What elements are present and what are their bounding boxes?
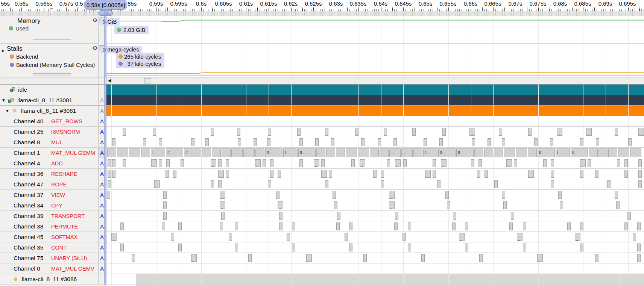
- event-block[interactable]: ..: [306, 254, 312, 262]
- event-block[interactable]: ..: [395, 159, 401, 167]
- row-timeline[interactable]: ..........f...ff...ff.................ff…: [106, 148, 644, 158]
- event-segment[interactable]: ..: [484, 148, 493, 157]
- row-label-cell[interactable]: Channel 35CONT: [0, 242, 99, 253]
- timeline-scrubber-handle[interactable]: [98, 11, 113, 16]
- scroll-left-arrow-icon[interactable]: [108, 79, 111, 83]
- event-block[interactable]: [445, 191, 449, 199]
- row-label-cell[interactable]: Channel 38PERMUTE: [0, 221, 99, 232]
- row-timeline[interactable]: ........: [106, 232, 644, 242]
- event-segment[interactable]: ..: [413, 148, 422, 157]
- event-segment[interactable]: ...: [504, 148, 515, 157]
- memory-settings-gear-icon[interactable]: ⚙: [93, 18, 97, 23]
- event-block[interactable]: [471, 159, 474, 167]
- event-block[interactable]: [502, 138, 505, 146]
- event-segment[interactable]: f...: [151, 148, 165, 157]
- event-block[interactable]: [226, 159, 229, 167]
- event-segment[interactable]: ...: [358, 148, 369, 157]
- row-label-cell[interactable]: Channel 25RMSNORM: [0, 127, 99, 137]
- event-block[interactable]: [292, 222, 295, 230]
- event-segment[interactable]: ...: [231, 148, 243, 157]
- event-segment[interactable]: ..: [212, 148, 221, 157]
- event-segment[interactable]: ff...: [438, 148, 456, 157]
- event-block[interactable]: [166, 159, 170, 167]
- row-timeline[interactable]: [106, 85, 644, 95]
- stalls-settings-gear-icon[interactable]: ⚙: [93, 45, 97, 51]
- event-block[interactable]: [235, 222, 238, 230]
- row-timeline[interactable]: ........: [106, 127, 644, 137]
- event-block[interactable]: [349, 244, 352, 251]
- event-block[interactable]: [394, 222, 398, 230]
- event-segment[interactable]: ...: [389, 148, 401, 157]
- event-block[interactable]: [268, 128, 271, 136]
- row-expander-icon[interactable]: ▼: [2, 98, 5, 102]
- row-label-cell[interactable]: Channel 0MAT_MUL GEMV: [0, 263, 99, 274]
- row-annotation-cell[interactable]: A: [99, 263, 106, 274]
- event-block[interactable]: [403, 159, 407, 167]
- row-annotation-cell[interactable]: A: [99, 242, 106, 253]
- event-block[interactable]: [637, 222, 641, 230]
- event-block[interactable]: [334, 201, 337, 209]
- activity-bar[interactable]: [106, 95, 644, 105]
- event-block[interactable]: [442, 128, 446, 136]
- row-annotation-cell[interactable]: A: [99, 211, 106, 221]
- event-block[interactable]: [132, 254, 135, 262]
- event-block[interactable]: [447, 201, 450, 209]
- event-block[interactable]: [163, 212, 167, 220]
- row-label-cell[interactable]: Channel 8MUL: [0, 137, 99, 147]
- event-block[interactable]: ..: [638, 128, 644, 136]
- event-block[interactable]: [494, 180, 498, 188]
- event-block[interactable]: [248, 254, 252, 262]
- event-block[interactable]: [503, 201, 507, 209]
- event-block[interactable]: [221, 212, 225, 220]
- horizontal-scroll-grip[interactable]: [144, 78, 151, 83]
- row-timeline[interactable]: [106, 211, 644, 221]
- row-annotation-cell[interactable]: [99, 274, 106, 284]
- event-block[interactable]: ..: [580, 159, 586, 167]
- row-label-cell[interactable]: ▼llama-cli_8_11 #3081: [0, 95, 99, 105]
- event-block[interactable]: ..: [151, 159, 157, 167]
- event-segment[interactable]: ..: [326, 148, 335, 157]
- event-block[interactable]: [108, 159, 111, 167]
- event-block[interactable]: [361, 138, 365, 146]
- event-block[interactable]: [237, 128, 240, 136]
- event-block[interactable]: [373, 170, 377, 178]
- row-timeline[interactable]: [106, 116, 644, 126]
- event-block[interactable]: [159, 138, 162, 146]
- event-block[interactable]: ..: [517, 233, 522, 241]
- event-block[interactable]: [638, 170, 642, 178]
- row-annotation-cell[interactable]: A: [99, 190, 106, 200]
- event-block[interactable]: [123, 159, 126, 167]
- event-block[interactable]: [112, 138, 115, 146]
- row-timeline[interactable]: [106, 95, 644, 105]
- event-block[interactable]: [465, 222, 468, 230]
- row-annotation-cell[interactable]: A: [99, 148, 106, 158]
- row-annotation-cell[interactable]: A: [99, 200, 106, 210]
- event-block[interactable]: [112, 159, 115, 167]
- event-block[interactable]: [588, 159, 591, 167]
- event-block[interactable]: [178, 222, 182, 230]
- event-block[interactable]: ..: [220, 191, 225, 199]
- event-block[interactable]: ..: [220, 201, 225, 209]
- event-block[interactable]: [424, 138, 427, 146]
- event-block[interactable]: [514, 159, 517, 167]
- event-segment[interactable]: ff...: [456, 148, 474, 157]
- event-block[interactable]: ..: [111, 233, 117, 241]
- event-segment[interactable]: ff...: [184, 148, 201, 157]
- event-block[interactable]: [333, 191, 336, 199]
- event-block[interactable]: [595, 170, 598, 178]
- event-block[interactable]: [384, 128, 387, 136]
- event-block[interactable]: [628, 138, 632, 146]
- row-annotation-cell[interactable]: A: [99, 95, 106, 105]
- row-label-cell[interactable]: Channel 4ADD: [0, 158, 99, 168]
- row-annotation-cell[interactable]: A: [99, 169, 106, 179]
- event-block[interactable]: [178, 244, 182, 251]
- event-segment[interactable]: ...: [630, 148, 641, 157]
- event-segment[interactable]: ff...: [538, 148, 555, 157]
- event-block[interactable]: [551, 159, 554, 167]
- event-block[interactable]: [580, 170, 583, 178]
- event-block[interactable]: [395, 212, 398, 220]
- event-block[interactable]: [220, 222, 223, 230]
- row-label-cell[interactable]: Channel 47ROPE: [0, 179, 99, 189]
- event-block[interactable]: [171, 233, 174, 241]
- row-timeline[interactable]: [106, 137, 644, 147]
